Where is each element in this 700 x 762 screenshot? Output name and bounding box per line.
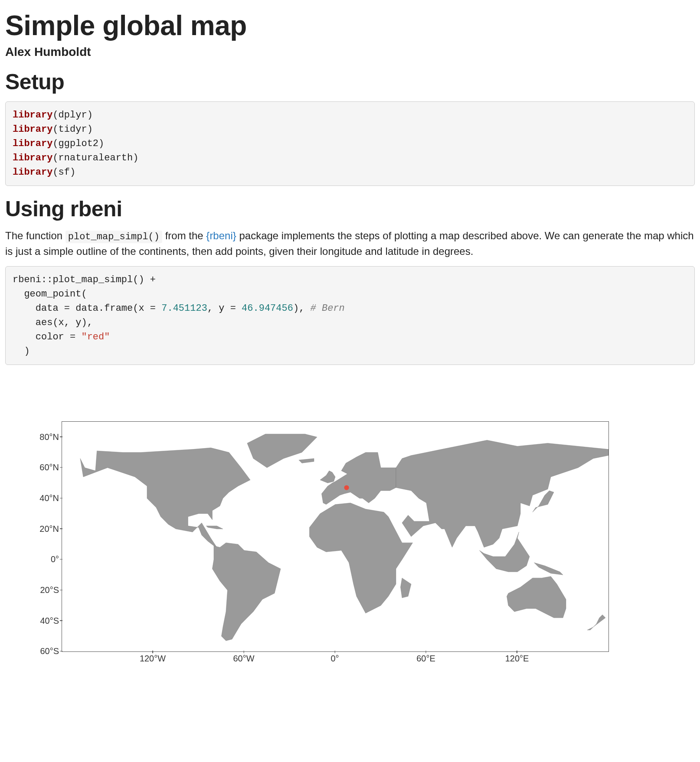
landmass [213,543,281,641]
code-block-rbeni[interactable]: rbeni::plot_map_simpl() + geom_point( da… [5,266,695,365]
page-title: Simple global map [5,10,695,42]
landmass [206,526,223,529]
para-text: The function [5,230,65,241]
inline-code-plotmap: plot_map_simpl() [65,231,162,243]
x-axis-tick: 60°E [416,654,435,664]
y-axis-tick: 20°S [40,585,59,595]
landmass [401,578,412,598]
landmass [507,576,566,618]
landmass [534,563,563,575]
author-name: Alex Humboldt [5,45,695,59]
x-axis-tick: 0° [330,654,339,664]
landmass [587,615,605,630]
y-axis-tick: 60°N [39,462,59,472]
section-heading-setup: Setup [5,69,695,94]
world-map-svg [62,422,608,651]
rbeni-link[interactable]: {rbeni} [206,230,236,241]
landmass [320,471,335,483]
map-figure: 80°N60°N40°N20°N0°20°S40°S60°S120°W60°W0… [5,421,695,668]
landmass [247,434,317,468]
section-heading-using-rbeni: Using rbeni [5,196,695,221]
para-text: from the [165,230,206,241]
y-axis-tick: 20°N [39,524,59,534]
y-axis-tick: 60°S [40,646,59,656]
code-block-setup[interactable]: library(dplyr) library(tidyr) library(gg… [5,101,695,186]
y-axis-tick: 40°N [39,493,59,503]
map-point-bern [344,485,349,490]
y-axis-tick: 40°S [40,615,59,625]
intro-paragraph: The function plot_map_simpl() from the {… [5,228,695,258]
land-masses [80,434,608,641]
landmass [299,459,314,463]
map-panel [62,421,609,652]
y-axis-tick: 80°N [39,432,59,442]
landmass [80,448,250,547]
x-axis-tick: 120°W [140,654,166,664]
document-page: Simple global map Alex Humboldt Setup li… [0,0,700,686]
x-axis-tick: 60°W [233,654,254,664]
x-axis-tick: 120°E [505,654,529,664]
landmass [396,440,608,547]
y-axis-tick: 0° [51,554,59,564]
map-plot: 80°N60°N40°N20°N0°20°S40°S60°S120°W60°W0… [14,421,621,668]
landmass [310,503,413,613]
